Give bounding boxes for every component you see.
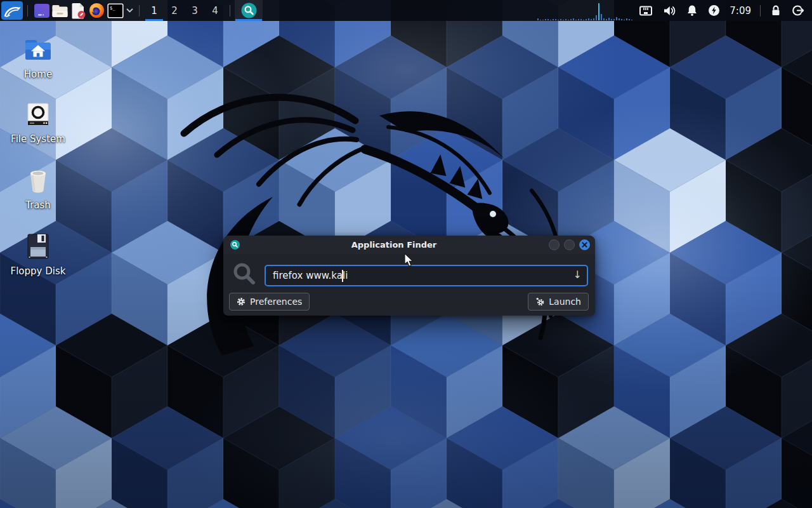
application-finder-icon: [230, 240, 240, 250]
workspace-button-3[interactable]: 3: [185, 0, 205, 21]
folder-icon: [51, 3, 69, 18]
search-input[interactable]: [265, 265, 588, 286]
logout-button[interactable]: [792, 4, 804, 17]
preferences-button[interactable]: Preferences: [229, 293, 310, 311]
panel-separator: [27, 5, 28, 17]
notifications-button[interactable]: [686, 4, 698, 17]
application-finder-task-icon: [241, 3, 257, 18]
panel-separator: [760, 5, 761, 17]
launcher-text-editor[interactable]: [69, 1, 88, 20]
panel-separator: [139, 5, 140, 17]
volume-icon: [663, 5, 676, 17]
clock[interactable]: 7:09: [730, 5, 751, 17]
launcher-file-manager[interactable]: [51, 1, 69, 20]
workspace-number: 2: [171, 5, 178, 17]
gear-icon: [237, 297, 246, 306]
launcher-workspace-app[interactable]: [32, 1, 51, 20]
minimize-button[interactable]: [549, 239, 560, 250]
desktop-icon-label: Floppy Disk: [11, 265, 66, 277]
purple-app-icon: [34, 3, 50, 18]
workspace-number: 4: [212, 5, 218, 17]
titlebar[interactable]: Application Finder: [223, 236, 595, 254]
launcher-terminal[interactable]: $_: [106, 1, 124, 20]
launcher-firefox[interactable]: [88, 1, 106, 20]
text-caret: [342, 270, 343, 282]
panel-separator: [230, 5, 230, 17]
workspace-button-2[interactable]: 2: [164, 0, 185, 21]
hard-drive-icon: [23, 99, 53, 130]
firefox-icon: [89, 3, 105, 18]
window-title: Application Finder: [246, 236, 542, 254]
application-finder-window: Application Finder ↓: [223, 236, 595, 316]
maximize-button[interactable]: [564, 239, 575, 250]
terminal-dropdown-button[interactable]: [124, 1, 134, 20]
desktop-icon-floppy-disk[interactable]: Floppy Disk: [11, 231, 65, 277]
home-folder-icon: [23, 34, 53, 65]
network-button[interactable]: [639, 5, 653, 17]
mouse-cursor: [404, 253, 414, 267]
desktop-icon-file-system[interactable]: File System: [11, 99, 65, 145]
search-icon: [232, 262, 256, 286]
launch-button[interactable]: Launch: [528, 293, 589, 311]
lock-screen-button[interactable]: [770, 4, 782, 17]
search-entry-wrap: ↓: [265, 265, 588, 286]
ethernet-icon: [639, 5, 653, 17]
document-edit-icon: [71, 3, 86, 19]
workspace-number: 1: [151, 5, 157, 17]
floppy-disk-icon: [23, 231, 53, 262]
desktop-icon-trash[interactable]: Trash: [11, 165, 65, 211]
taskbar-application-finder-button[interactable]: [235, 0, 263, 21]
workspace-button-4[interactable]: 4: [205, 0, 225, 21]
close-icon: [582, 242, 587, 248]
svg-text:$_: $_: [110, 5, 115, 10]
trash-can-icon: [23, 165, 53, 196]
bell-icon: [686, 4, 698, 17]
desktop-icon-home[interactable]: Home: [11, 34, 65, 80]
preferences-label: Preferences: [250, 297, 302, 307]
applications-menu-button[interactable]: [1, 1, 23, 20]
terminal-icon: $_: [107, 3, 124, 18]
cpu-graph[interactable]: [536, 0, 634, 21]
power-bolt-icon: [708, 4, 720, 17]
kali-logo-icon: [4, 3, 20, 18]
entry-dropdown-arrow-icon[interactable]: ↓: [573, 269, 582, 281]
volume-button[interactable]: [663, 5, 676, 17]
desktop-icon-label: File System: [11, 133, 65, 145]
desktop: Home File System Trash: [0, 0, 812, 508]
top-panel: $_ 1 2 3 4: [0, 0, 812, 21]
workspace-button-1[interactable]: 1: [144, 0, 164, 21]
desktop-icon-label: Home: [24, 69, 52, 80]
gear-run-icon: [535, 297, 544, 306]
launch-label: Launch: [549, 297, 581, 307]
close-button[interactable]: [579, 239, 590, 250]
workspace-number: 3: [192, 5, 198, 17]
desktop-icon-label: Trash: [25, 199, 51, 211]
chevron-down-icon: [126, 8, 133, 13]
logout-icon: [792, 4, 804, 17]
power-manager-button[interactable]: [708, 4, 720, 17]
panel-right-zone: 7:09: [536, 0, 812, 21]
lock-icon: [770, 4, 782, 17]
